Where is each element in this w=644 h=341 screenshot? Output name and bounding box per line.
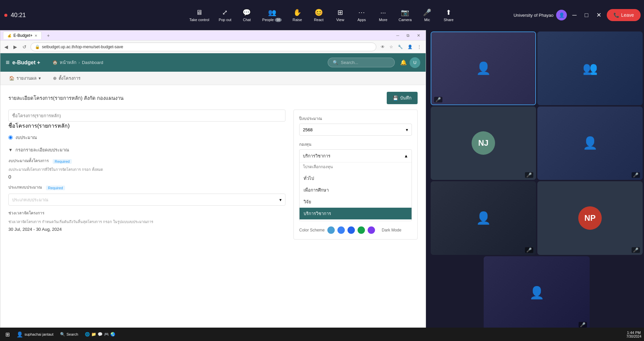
browser-titlebar: 💰 E-Budget+ ✕ + ─ ⧉ ✕ (0, 30, 426, 41)
dark-mode-label: Dark Mode (382, 228, 401, 232)
fund-option-research[interactable]: วิจัย (300, 196, 412, 208)
fund-label: กองทุน (299, 141, 412, 147)
toolbar-right: University of Phayao 👤 ─ □ ✕ 📞 Leave (514, 9, 641, 21)
budget-radio[interactable] (8, 135, 13, 140)
browser-tab[interactable]: 💰 E-Budget+ ✕ (3, 31, 42, 39)
more-icon: ··· (380, 9, 386, 16)
mic-button[interactable]: 🎤 Mic (417, 6, 437, 24)
fund-search-input[interactable] (300, 162, 412, 171)
start-button[interactable]: ⊞ (3, 330, 12, 339)
camera-button[interactable]: 📷 Camera (394, 6, 416, 24)
mic-icon: 🎤 (423, 8, 431, 16)
people-icon: 👥 (268, 8, 276, 16)
windows-icon: ⊞ (5, 331, 10, 338)
react-button[interactable]: 😊 React (309, 6, 329, 24)
pop-out-button[interactable]: ⤢ Pop out (215, 6, 235, 24)
camera-icon: 📷 (401, 8, 409, 16)
apps-icon: ⋯ (358, 8, 365, 16)
settings-icon[interactable]: ⋮ (416, 44, 423, 50)
raise-button[interactable]: ✋ Raise (287, 6, 307, 24)
lock-icon: 🔒 (35, 45, 40, 49)
p5-mic-btn[interactable]: 🎤 (525, 247, 533, 253)
profile-icon[interactable]: 👤 (406, 44, 414, 50)
back-button[interactable]: ◀ (3, 43, 9, 51)
p4-mic-btn[interactable]: 🎤 (632, 172, 640, 178)
section-group-header[interactable]: ▼ กรอกรายละเอียดงบประมาณ (8, 146, 285, 153)
forward-button[interactable]: ▶ (12, 43, 18, 51)
taskbar-icon-2[interactable]: 📁 (91, 332, 96, 337)
refresh-button[interactable]: ↺ (21, 43, 28, 51)
university-name: University of Phayao (514, 13, 553, 18)
browser-restore-button[interactable]: ⧉ (404, 32, 412, 39)
total-budget-value: 0 (8, 174, 11, 180)
browser-minimize-button[interactable]: ─ (393, 32, 402, 39)
participant-1-mic-btn[interactable]: 🎤 (434, 97, 442, 103)
color-purple[interactable] (368, 226, 375, 234)
participant-card-5: 👤 🎤 (431, 181, 536, 255)
user-avatar-header[interactable]: U (410, 57, 420, 68)
search-icon: 🔍 (333, 60, 338, 65)
chat-button[interactable]: 💬 Chat (237, 6, 257, 24)
logo-icon: ≡ (6, 59, 10, 66)
browser-window: 💰 E-Budget+ ✕ + ─ ⧉ ✕ ◀ ▶ ↺ 🔒 setbudget.… (0, 30, 426, 341)
timer: 40:21 (11, 12, 26, 19)
url-text: setbudget.up.ac.th/top-menu/set-budget-s… (42, 45, 372, 49)
taskbar-icon-3[interactable]: 💬 (98, 332, 103, 337)
taskbar-icon-4[interactable]: 🎮 (104, 332, 109, 337)
toolbar-center: 🖥 Take control ⤢ Pop out 💬 Chat 👥 People… (185, 6, 459, 24)
take-control-button[interactable]: 🖥 Take control (185, 7, 213, 24)
app-header: ≡ e-Budget + 🏠 หน้าหลัก › Dashboard 🔍 Se… (0, 53, 426, 72)
fund-option-education[interactable]: เพื่อการศึกษา (300, 184, 412, 196)
close-button[interactable]: ✕ (594, 10, 604, 20)
eye-icon[interactable]: 👁 (379, 44, 386, 50)
tab-close-button[interactable]: ✕ (35, 34, 37, 38)
color-darkblue[interactable] (347, 226, 355, 234)
maximize-button[interactable]: □ (582, 10, 591, 20)
project-name-placeholder: ชื่อโครงการ(รายการหลัก) (8, 123, 70, 129)
leave-button[interactable]: 📞 Leave (607, 9, 641, 21)
nj-mic-btn[interactable]: 🎤 (525, 172, 533, 178)
notification-bell[interactable]: 🔔 (400, 59, 407, 66)
home-icon: 🏠 (52, 60, 58, 65)
color-scheme-label: Color Scheme (299, 228, 325, 232)
p7-mic-btn[interactable]: 🎤 (579, 322, 587, 328)
save-button[interactable]: 💾 บันทึก (387, 92, 418, 104)
total-budget-label: งบประมาณทั้งโครงการ (8, 157, 49, 164)
add-icon: ⊕ (53, 76, 57, 81)
view-icon: ⊞ (337, 8, 343, 16)
project-name-input[interactable] (8, 110, 285, 122)
color-blue[interactable] (337, 226, 345, 234)
browser-toolbar: ◀ ▶ ↺ 🔒 setbudget.up.ac.th/top-menu/set-… (0, 41, 426, 53)
browser-close-button[interactable]: ✕ (414, 32, 423, 39)
taskbar-icon-5[interactable]: 🌏 (110, 332, 115, 337)
fund-option-general[interactable]: ทั่วไป (300, 173, 412, 184)
search-box[interactable]: 🔍 Search... (328, 58, 395, 67)
taskbar-icon-1[interactable]: 🌐 (85, 332, 90, 337)
np-mic-btn[interactable]: 🎤 (632, 247, 640, 253)
view-button[interactable]: ⊞ View (330, 6, 350, 24)
more-button[interactable]: ··· More (373, 7, 393, 24)
user-icon: 👤 (16, 331, 23, 338)
people-button[interactable]: 👥 People 98 (258, 6, 286, 24)
fund-select-header[interactable]: บริการวิชาการ ▲ (300, 150, 412, 162)
share-button[interactable]: ⬆ Share (438, 6, 459, 24)
fiscal-year-select[interactable]: 2568 ▾ (299, 124, 412, 136)
new-tab-button[interactable]: + (44, 31, 52, 40)
minimize-button[interactable]: ─ (570, 10, 579, 20)
address-bar[interactable]: 🔒 setbudget.up.ac.th/top-menu/set-budget… (31, 43, 376, 51)
bookmark-icon[interactable]: ☆ (388, 44, 395, 50)
participant-card-7: 👤 🎤 (484, 256, 590, 330)
apps-button[interactable]: ⋯ Apps (352, 6, 372, 24)
search-taskbar[interactable]: 🔍 Search (57, 331, 81, 338)
fund-select[interactable]: บริการวิชาการ ▲ ทั่วไป เพื่อการศึกษา วิจ… (299, 149, 412, 221)
color-teal[interactable] (327, 226, 335, 234)
fund-option-service[interactable]: บริการวิชาการ (300, 208, 412, 219)
budget-required-badge: Required (46, 186, 65, 190)
nav-report[interactable]: 🏠 รายงานผล ▾ (6, 73, 44, 84)
breadcrumb: 🏠 หน้าหลัก › Dashboard (52, 59, 103, 66)
color-green[interactable] (358, 226, 365, 234)
budget-type-select[interactable]: ประเภทงบประมาณ ▾ (8, 194, 285, 206)
nav-project[interactable]: ⊕ ตั้งโครงการ (50, 73, 84, 84)
extensions-icon[interactable]: 🔧 (396, 44, 405, 50)
breadcrumb-home[interactable]: หน้าหลัก (60, 59, 76, 66)
